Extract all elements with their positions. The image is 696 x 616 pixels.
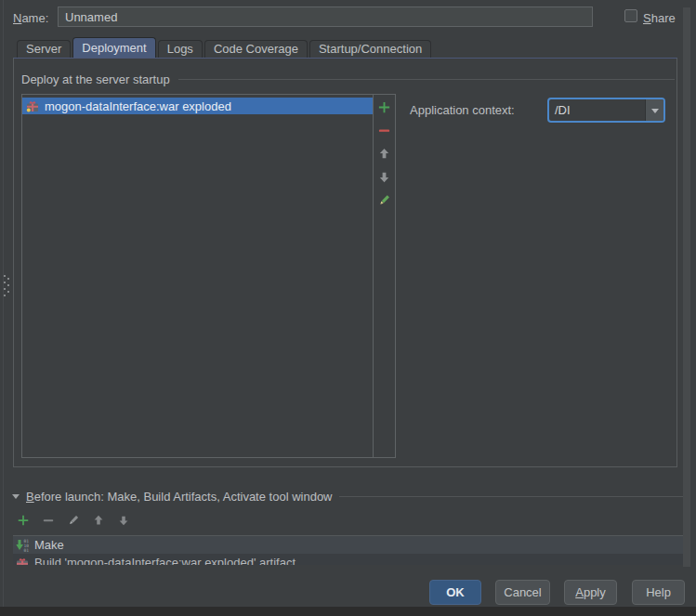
arrow-down-icon: [377, 170, 391, 184]
move-up-button[interactable]: [377, 146, 392, 161]
apply-label: Apply: [575, 585, 606, 599]
move-task-up-button[interactable]: [91, 513, 105, 527]
application-context-label: Application context:: [410, 103, 515, 117]
share-label[interactable]: Share: [643, 11, 676, 25]
minus-icon: [377, 124, 391, 138]
chevron-down-icon: [651, 109, 659, 117]
edit-task-button[interactable]: [66, 513, 80, 527]
ok-button[interactable]: OK: [429, 580, 481, 605]
compile-arrow-icon: 01 10 01: [16, 539, 29, 552]
before-launch-toolbar: [16, 513, 130, 527]
pencil-icon: [377, 193, 391, 207]
deploy-artifact-list: mogon-dataInterface:war exploded: [21, 94, 396, 458]
help-button[interactable]: Help: [632, 580, 685, 605]
before-launch-title: Before launch: Make, Build Artifacts, Ac…: [26, 490, 333, 504]
artifact-list-toolbar: [373, 95, 395, 457]
before-launch-header[interactable]: Before launch: Make, Build Artifacts, Ac…: [12, 490, 683, 504]
task-list-item[interactable]: 01 10 01 Make: [13, 536, 683, 554]
add-artifact-button[interactable]: [377, 99, 392, 114]
task-label: Make: [34, 538, 64, 552]
artifact-icon: [26, 99, 39, 112]
section-separator-line: [178, 79, 675, 80]
move-task-down-button[interactable]: [116, 513, 130, 527]
remove-artifact-button[interactable]: [377, 123, 392, 138]
deploy-section-title: Deploy at the server startup: [21, 72, 170, 86]
svg-text:01: 01: [24, 547, 29, 551]
artifact-label: mogon-dataInterface:war exploded: [45, 99, 231, 113]
add-task-button[interactable]: [16, 513, 30, 527]
edit-artifact-button[interactable]: [377, 192, 392, 207]
tab-code-coverage[interactable]: Code Coverage: [204, 40, 308, 58]
arrow-up-icon: [377, 147, 391, 161]
tab-logs[interactable]: Logs: [158, 40, 203, 58]
tab-deployment[interactable]: Deployment: [72, 37, 155, 58]
tab-startup-connection[interactable]: Startup/Connection: [309, 40, 431, 58]
move-down-button[interactable]: [377, 169, 392, 184]
scrollbar-track[interactable]: [683, 7, 690, 567]
triangle-down-icon[interactable]: [12, 494, 20, 499]
section-separator-line: [339, 496, 683, 497]
name-label: Name:: [13, 11, 48, 25]
deployment-panel: Deploy at the server startup mogon-dataI…: [13, 58, 677, 467]
tab-server[interactable]: Server: [17, 40, 71, 58]
application-context-combobox[interactable]: /DI: [547, 98, 665, 123]
share-checkbox[interactable]: [624, 9, 637, 22]
cancel-button[interactable]: Cancel: [495, 580, 550, 605]
artifact-list-item[interactable]: mogon-dataInterface:war exploded: [22, 98, 373, 114]
combo-dropdown-button[interactable]: [645, 99, 663, 121]
arrow-up-icon: [92, 514, 105, 527]
arrow-down-icon: [117, 514, 130, 527]
config-tab-bar: Server Deployment Logs Code Coverage Sta…: [17, 37, 431, 58]
run-debug-configuration-dialog: Name: Share Server Deployment Logs Code …: [0, 0, 696, 616]
task-label: Build 'mogon-dataInterface:war exploded'…: [34, 556, 295, 565]
plus-icon: [377, 100, 391, 114]
task-list-item[interactable]: Build 'mogon-dataInterface:war exploded'…: [13, 554, 683, 565]
before-launch-task-list: 01 10 01 Make Build 'mogon-dataInterface…: [13, 535, 683, 565]
plus-icon: [17, 514, 30, 527]
window-bottom-edge: [0, 607, 696, 616]
deploy-section-header: Deploy at the server startup: [21, 72, 675, 86]
deploy-artifact-rows: mogon-dataInterface:war exploded: [22, 95, 373, 457]
apply-button[interactable]: Apply: [564, 580, 617, 605]
pencil-icon: [67, 514, 80, 527]
remove-task-button[interactable]: [41, 513, 55, 527]
application-context-value: /DI: [549, 103, 571, 117]
minus-icon: [42, 514, 55, 527]
name-input[interactable]: [58, 7, 593, 27]
splitter-grip[interactable]: [4, 275, 6, 277]
window-left-edge: [3, 0, 4, 607]
artifact-icon: [16, 557, 29, 566]
